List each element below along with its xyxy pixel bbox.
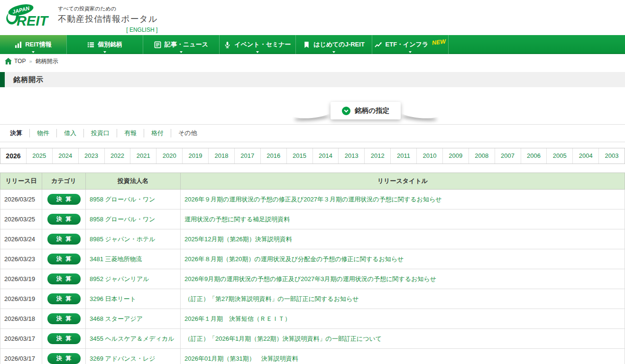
category-cell: 決算 [42,269,86,289]
year-tab-2008[interactable]: 2008 [469,148,495,164]
release-title-link[interactable]: （訂正）「第27期決算説明資料」の一部訂正に関するお知らせ [184,295,359,302]
chevron-down-circle-icon [342,107,350,115]
company-link[interactable]: 3269 アドバンス・レジ [90,355,156,362]
nav-item-label: はじめてのJ-REIT [313,40,365,49]
year-tab-2015[interactable]: 2015 [286,148,312,164]
category-tabs: 決算物件借入投資口有報格付その他 [0,124,625,142]
release-date: 2026/03/25 [0,209,42,229]
category-cell: 決算 [42,190,86,209]
stock-selector-tab[interactable]: 銘柄の指定 [331,102,401,119]
year-tab-2004[interactable]: 2004 [572,148,598,164]
filter-tab-1[interactable]: 決算 [3,129,29,137]
trend-chart-icon [375,41,382,48]
release-title-link[interactable]: 2026年９月期の運用状況の予想の修正及び2027年３月期の運用状況の予想に関す… [184,196,442,203]
nav-item-label: イベント・セミナー [234,40,291,49]
title-cell: 2026年８月期（第20期）の運用状況及び分配金の予想の修正に関するお知らせ [181,249,625,269]
release-title-link[interactable]: 2025年12月期（第26期）決算説明資料 [184,236,292,243]
category-badge: 決算 [47,273,81,284]
company-link[interactable]: 8958 グローバル・ワン [90,216,155,223]
release-table-body: 2026/03/25決算8958 グローバル・ワン2026年９月期の運用状況の予… [0,190,625,364]
year-tab-2003[interactable]: 2003 [598,148,625,164]
nav-item-label: 記事・ニュース [165,40,208,49]
release-table: リリース日カテゴリ投資法人名リリースタイトル 2026/03/25決算8958 … [0,173,625,364]
title-cell: （訂正）「2026年1月期（第22期）決算説明資料」の一部訂正について [181,329,625,349]
nav-item-reit-info[interactable]: REIT情報 [0,35,66,54]
site-logo[interactable]: JAPAN REIT [5,4,53,31]
tagline-small: すべての投資家のための [58,5,157,12]
company-link[interactable]: 3455 ヘルスケア＆メディカル [90,335,175,342]
company-cell: 3269 アドバンス・レジ [86,349,181,364]
nav-item-individual-stocks[interactable]: 個別銘柄 [66,35,143,54]
year-tab-2022[interactable]: 2022 [104,148,130,164]
year-tab-2012[interactable]: 2012 [364,148,390,164]
column-header-2: カテゴリ [42,173,86,190]
year-tab-2025[interactable]: 2025 [26,148,52,164]
table-row: 2026/03/17決算3455 ヘルスケア＆メディカル（訂正）「2026年1月… [0,329,625,349]
nav-item-label: REIT情報 [25,40,52,49]
column-header-3: 投資法人名 [86,173,181,190]
table-row: 2026/03/25決算8958 グローバル・ワン運用状況の予想に関する補足説明… [0,209,625,229]
title-cell: 2025年12月期（第26期）決算説明資料 [181,229,625,249]
title-cell: （訂正）「第27期決算説明資料」の一部訂正に関するお知らせ [181,289,625,309]
release-date: 2026/03/24 [0,229,42,249]
company-link[interactable]: 8952 ジャパンリアル [90,275,149,282]
year-tab-2005[interactable]: 2005 [546,148,572,164]
year-tab-2007[interactable]: 2007 [495,148,521,164]
filter-tab-7[interactable]: その他 [171,129,204,137]
release-date: 2026/03/18 [0,309,42,329]
category-cell: 決算 [42,329,86,349]
company-link[interactable]: 8985 ジャパン・ホテル [90,236,156,243]
table-row: 2026/03/25決算8958 グローバル・ワン2026年９月期の運用状況の予… [0,190,625,209]
year-tab-2006[interactable]: 2006 [521,148,547,164]
filter-tab-2[interactable]: 物件 [29,129,56,137]
title-cell: 2026年１月期 決算短信（ＲＥＩＴ） [181,309,625,329]
company-link[interactable]: 8958 グローバル・ワン [90,196,155,203]
stock-selector-area: 銘柄の指定 [0,87,625,124]
company-link[interactable]: 3468 スターアジア [90,315,143,322]
release-title-link[interactable]: 2026年01月期（第31期） 決算説明資料 [184,355,298,362]
year-tab-2011[interactable]: 2011 [390,148,416,164]
year-tab-2009[interactable]: 2009 [442,148,469,164]
company-cell: 8958 グローバル・ワン [86,190,181,209]
nav-item-label: ETF・インフラ [386,40,429,49]
year-tab-2024[interactable]: 2024 [52,148,78,164]
year-tab-2019[interactable]: 2019 [182,148,208,164]
release-title-link[interactable]: 運用状況の予想に関する補足説明資料 [184,216,290,223]
breadcrumb: TOP » 銘柄開示 [0,54,625,68]
site-header: JAPAN REIT すべての投資家のための 不動産投信情報ポータル [ ENG… [0,0,625,35]
category-cell: 決算 [42,349,86,364]
filter-tab-6[interactable]: 格付 [144,129,171,137]
category-cell: 決算 [42,209,86,229]
year-tab-2010[interactable]: 2010 [416,148,442,164]
bar-chart-icon [15,41,22,48]
release-date: 2026/03/25 [0,190,42,209]
english-link[interactable]: [ ENGLISH ] [58,27,157,33]
year-tab-2026[interactable]: 2026 [0,148,26,164]
nav-item-etf-infra[interactable]: ETF・インフラNEW [372,35,449,54]
year-tab-2021[interactable]: 2021 [130,148,156,164]
nav-item-beginners-jreit[interactable]: はじめてのJ-REIT [295,35,372,54]
release-title-link[interactable]: 2026年１月期 決算短信（ＲＥＩＴ） [184,315,291,322]
nav-item-events-seminars[interactable]: イベント・セミナー [219,35,295,54]
year-tab-2018[interactable]: 2018 [208,148,234,164]
header-row: リリース日カテゴリ投資法人名リリースタイトル [0,173,625,190]
company-link[interactable]: 3296 日本リート [90,295,136,302]
breadcrumb-home-link[interactable]: TOP [5,58,26,64]
microphone-icon [224,41,231,48]
filter-tab-5[interactable]: 有報 [117,129,144,137]
nav-item-articles-news[interactable]: 記事・ニュース [143,35,219,54]
year-tab-2017[interactable]: 2017 [234,148,260,164]
release-title-link[interactable]: 2026年9月期の運用状況の予想の修正及び2027年3月期の運用状況の予想に関す… [184,275,436,282]
release-title-link[interactable]: （訂正）「2026年1月期（第22期）決算説明資料」の一部訂正について [184,335,382,342]
release-title-link[interactable]: 2026年８月期（第20期）の運用状況及び分配金の予想の修正に関するお知らせ [184,255,404,263]
year-tab-2023[interactable]: 2023 [78,148,104,164]
filter-tab-4[interactable]: 投資口 [83,129,117,137]
year-tab-2014[interactable]: 2014 [312,148,339,164]
category-badge: 決算 [47,254,81,264]
year-tab-2013[interactable]: 2013 [338,148,364,164]
year-tab-2020[interactable]: 2020 [156,148,182,164]
filter-tab-3[interactable]: 借入 [56,129,83,137]
year-tab-2016[interactable]: 2016 [260,148,286,164]
company-link[interactable]: 3481 三菱地所物流 [90,255,142,263]
release-date: 2026/03/17 [0,329,42,349]
